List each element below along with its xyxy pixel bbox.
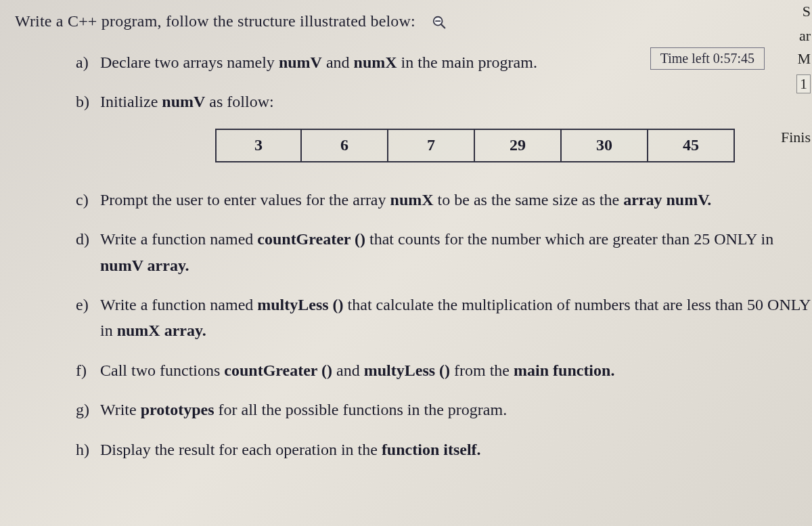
bold-term: countGreater (): [257, 230, 365, 248]
bold-term: main function.: [514, 361, 614, 379]
item-text: Write: [100, 401, 141, 418]
item-letter: f): [76, 357, 100, 383]
item-c: c)Prompt the user to enter values for th…: [15, 187, 812, 213]
item-text: in the main program.: [397, 53, 537, 71]
array-cell: 6: [302, 129, 388, 162]
bold-term: prototypes: [141, 401, 215, 418]
item-d: d)Write a function named countGreater ()…: [15, 226, 812, 278]
bold-term: function itself.: [382, 441, 481, 458]
intro-text: Write a C++ program, follow the structur…: [15, 12, 812, 30]
item-text: from the: [450, 361, 514, 379]
time-left-box: Time left 0:57:45: [650, 47, 765, 70]
right-cropped-strip: S ar M 1 Finis: [790, 0, 812, 526]
item-text: and: [322, 53, 354, 71]
item-text: that counts for the number which are gre…: [365, 230, 773, 248]
item-letter: h): [76, 437, 100, 462]
array-cell: 29: [475, 129, 562, 162]
numv-array-row: 3 6 7 29 30 45: [215, 129, 812, 162]
bold-term: array numV.: [623, 191, 711, 209]
item-b: b)Initialize numV as follow:: [15, 89, 812, 114]
item-e: e)Write a function named multyLess () th…: [15, 292, 812, 344]
item-text: Prompt the user to enter values for the …: [100, 191, 390, 209]
item-text: Write a function named: [100, 230, 257, 248]
bold-term: numX array.: [117, 322, 206, 339]
svg-line-1: [441, 24, 445, 28]
bold-term: numV: [162, 93, 205, 110]
question-content: Write a C++ program, follow the structur…: [15, 12, 812, 462]
cropped-text: M: [797, 50, 811, 68]
item-text: Call two functions: [100, 361, 224, 379]
item-text: to be as the same size as the: [434, 191, 624, 209]
array-cell: 7: [388, 129, 475, 162]
item-letter: d): [76, 226, 100, 252]
cropped-text: 1: [796, 74, 811, 93]
bold-term: numX: [354, 53, 397, 71]
item-f: f)Call two functions countGreater () and…: [15, 357, 812, 383]
cropped-text: ar: [799, 27, 811, 45]
item-text: Declare two arrays namely: [100, 53, 279, 71]
item-text: Write a function named: [100, 296, 257, 313]
array-cell: 3: [215, 129, 302, 162]
item-text: and: [332, 361, 364, 379]
item-text: Display the result for each operation in…: [100, 441, 382, 458]
array-cell: 30: [562, 129, 648, 162]
array-cell: 45: [648, 129, 735, 162]
cropped-text: S: [803, 3, 811, 20]
item-letter: e): [76, 292, 100, 317]
bold-term: multyLess (): [364, 361, 450, 379]
item-text: for all the possible functions in the pr…: [215, 401, 508, 418]
bold-term: numV: [279, 53, 322, 71]
item-letter: g): [76, 397, 100, 422]
item-text: Initialize: [100, 93, 162, 110]
bold-term: multyLess (): [257, 296, 343, 313]
item-g: g)Write prototypes for all the possible …: [15, 397, 812, 422]
item-h: h)Display the result for each operation …: [15, 437, 812, 462]
item-letter: c): [76, 187, 100, 213]
bold-term: numV array.: [100, 257, 189, 274]
bold-term: countGreater (): [224, 361, 332, 379]
cropped-text: Finis: [781, 129, 811, 146]
bold-term: numX: [390, 191, 434, 209]
item-text: as follow:: [205, 93, 273, 110]
zoom-out-icon[interactable]: [432, 15, 447, 30]
item-letter: b): [76, 89, 100, 114]
item-letter: a): [76, 49, 100, 75]
